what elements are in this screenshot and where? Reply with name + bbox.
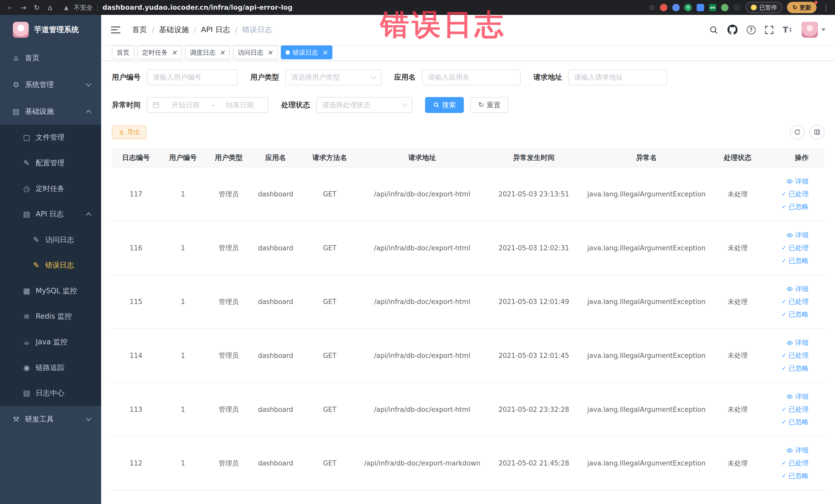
time-cell: 2021-05-03 12:01:49 [485, 275, 583, 329]
hamburger-button[interactable] [111, 26, 120, 33]
user-type-cell: 管理员 [206, 275, 251, 329]
font-size-icon[interactable]: T↕ [783, 25, 793, 35]
app-name-input[interactable] [422, 69, 521, 85]
error-log-table: 日志编号用户编号用户类型应用名请求方法名请求地址异常发生时间异常名处理状态操作 … [112, 148, 824, 490]
paused-badge[interactable]: 已暂停 [746, 2, 782, 13]
breadcrumb-item-2[interactable]: API 日志 [201, 25, 230, 35]
action-detail-link[interactable]: 详细 [770, 444, 809, 457]
exception-cell: java.lang.IllegalArgumentException [583, 275, 710, 329]
sidebar-item-dev-tools[interactable]: ⚒ 研发工具 [0, 406, 101, 432]
refresh-button[interactable] [790, 125, 805, 140]
tab-access-log[interactable]: 访问日志 × [233, 45, 278, 59]
help-icon[interactable]: ? [747, 25, 756, 35]
action-ignored-link[interactable]: ✓已忽略 [770, 469, 809, 482]
exception-cell: java.lang.IllegalArgumentException [583, 436, 710, 490]
tab-job-log[interactable]: 调度日志 × [185, 45, 230, 59]
user-menu[interactable] [802, 22, 826, 38]
table-row: 1141管理员dashboardGET/api/infra/db-doc/exp… [112, 329, 824, 383]
extension-icon[interactable]: on [709, 4, 716, 11]
sidebar-item-log-center[interactable]: ▤ 日志中心 [0, 380, 101, 406]
tab-error-log[interactable]: 错误日志 × [281, 45, 332, 59]
column-settings-button[interactable] [810, 125, 824, 140]
action-processed-link[interactable]: ✓已处理 [770, 188, 809, 201]
update-button[interactable]: ↻ 更新 [787, 2, 816, 13]
action-ignored-link[interactable]: ✓已忽略 [770, 416, 809, 428]
forward-button[interactable]: → [18, 2, 29, 13]
action-detail-link[interactable]: 详细 [770, 175, 809, 188]
search-button[interactable]: 搜索 [425, 97, 464, 113]
log-id-cell: 116 [112, 221, 160, 275]
extension-icon[interactable] [733, 4, 741, 11]
sidebar-item-error-log[interactable]: ✎ 错误日志 [0, 253, 101, 278]
extension-icon[interactable] [697, 4, 704, 11]
tab-job[interactable]: 定时任务 × [137, 45, 182, 59]
start-date-input[interactable]: 开始日期 [163, 100, 208, 109]
bookmark-star-icon[interactable]: ☆ [648, 3, 655, 12]
table-row: 1171管理员dashboardGET/api/infra/db-doc/exp… [112, 167, 824, 221]
action-ignored-link[interactable]: ✓已忽略 [770, 308, 809, 321]
sidebar-item-mysql[interactable]: ▦ MySQL 监控 [0, 278, 101, 304]
close-icon[interactable]: × [322, 49, 328, 56]
method-cell: GET [300, 436, 360, 490]
sidebar-item-redis[interactable]: ≡ Redis 监控 [0, 304, 101, 329]
sidebar-item-job[interactable]: ◷ 定时任务 [0, 176, 101, 202]
action-processed-link[interactable]: ✓已处理 [770, 295, 809, 308]
action-ignored-link[interactable]: ✓已忽略 [770, 255, 809, 267]
api-log-icon: ▤ [22, 210, 31, 219]
exception-time-range[interactable]: 开始日期 - 结束日期 [147, 97, 268, 113]
check-icon: ✓ [781, 362, 787, 375]
action-processed-link[interactable]: ✓已处理 [770, 403, 809, 416]
action-processed-link[interactable]: ✓已处理 [770, 457, 809, 469]
fullscreen-icon[interactable] [765, 25, 774, 35]
github-icon[interactable] [728, 25, 737, 35]
sidebar-item-system[interactable]: ⚙ 系统管理 [0, 72, 101, 98]
app-logo[interactable]: 芋道管理系统 [0, 15, 101, 45]
user-id-input[interactable] [147, 69, 238, 85]
user-type-select[interactable] [285, 69, 382, 85]
sidebar-item-config[interactable]: ✎ 配置管理 [0, 150, 101, 176]
tab-home[interactable]: 首页 [112, 45, 134, 59]
sidebar-item-access-log[interactable]: ✎ 访问日志 [0, 227, 101, 253]
user-id-label: 用户编号 [112, 73, 141, 82]
action-detail-link[interactable]: 详细 [770, 229, 809, 242]
address-bar[interactable]: ▲! 不安全 | dashboard.yudao.iocoder.cn/infr… [64, 3, 647, 12]
sidebar-item-trace[interactable]: ◉ 链路追踪 [0, 355, 101, 381]
process-status-select[interactable] [316, 97, 412, 113]
action-ignored-link[interactable]: ✓已忽略 [770, 362, 809, 375]
sidebar-item-infrastructure[interactable]: ▤ 基础设施 [0, 98, 101, 125]
breadcrumb-item-1[interactable]: 基础设施 [159, 25, 189, 35]
url-cell: /api/infra/db-doc/export-html [360, 221, 485, 275]
extension-icon[interactable] [660, 4, 667, 11]
home-button[interactable]: ⌂ [44, 2, 56, 13]
action-detail-link[interactable]: 详细 [770, 336, 809, 349]
close-icon[interactable]: × [171, 49, 177, 56]
back-button[interactable]: ← [4, 2, 16, 13]
home-icon: ⌂ [12, 54, 20, 62]
sidebar-item-file[interactable]: □ 文件管理 [0, 125, 101, 150]
action-detail-link[interactable]: 详细 [770, 390, 809, 403]
search-icon[interactable] [709, 25, 718, 35]
action-processed-link[interactable]: ✓已处理 [770, 242, 809, 255]
request-url-input[interactable] [569, 69, 667, 85]
extension-icon[interactable] [721, 4, 729, 11]
browser-menu-icon[interactable]: ⋮ [822, 4, 829, 12]
extension-icon[interactable]: Y [684, 4, 692, 11]
calendar-icon [153, 101, 160, 108]
sidebar-item-java[interactable]: ☕ Java 监控 [0, 329, 101, 355]
close-icon[interactable]: × [267, 49, 273, 56]
breadcrumb-item-0[interactable]: 首页 [132, 25, 147, 35]
action-ignored-link[interactable]: ✓已忽略 [770, 201, 809, 213]
sidebar-item-home[interactable]: ⌂ 首页 [0, 45, 101, 72]
chevron-icon [86, 416, 91, 421]
close-icon[interactable]: × [219, 49, 225, 56]
action-detail-link[interactable]: 详细 [770, 283, 809, 296]
chevron-icon [86, 81, 91, 86]
extension-icon[interactable] [672, 4, 680, 11]
end-date-input[interactable]: 结束日期 [217, 100, 263, 109]
action-processed-link[interactable]: ✓已处理 [770, 349, 809, 362]
sidebar-item-api-log[interactable]: ▤ API 日志 [0, 201, 101, 227]
app-name-cell: dashboard [251, 275, 300, 329]
reset-button[interactable]: ↻ 重置 [470, 97, 509, 113]
export-button[interactable]: 导出 [112, 125, 147, 139]
reload-button[interactable]: ↻ [31, 2, 43, 13]
